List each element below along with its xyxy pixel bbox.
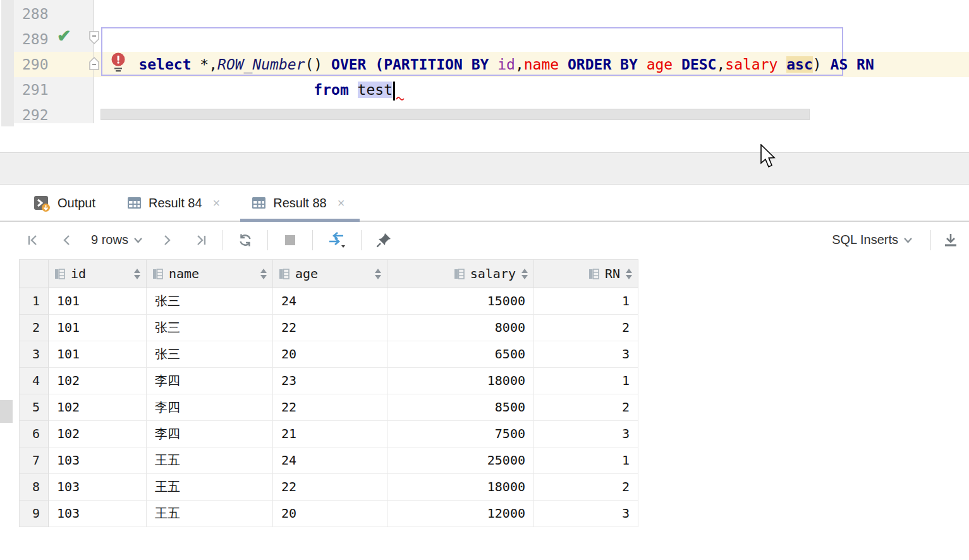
tab-label: Result 88: [273, 196, 327, 210]
chevron-left-icon: [61, 233, 71, 247]
pin-icon: [375, 232, 392, 248]
sort-toggle-icon[interactable]: [260, 269, 267, 279]
vertical-scrollbar-thumb[interactable]: [0, 400, 13, 423]
table-cell[interactable]: 2: [534, 394, 638, 421]
table-cell[interactable]: 18000: [387, 474, 534, 501]
sort-toggle-icon[interactable]: [626, 269, 632, 279]
column-header-name[interactable]: name: [147, 260, 273, 288]
table-cell[interactable]: 22: [273, 474, 387, 501]
column-header-id[interactable]: id: [49, 260, 147, 288]
table-cell[interactable]: 102: [49, 394, 147, 421]
table-cell[interactable]: 李四: [147, 421, 273, 447]
editor-results-splitter[interactable]: [0, 152, 969, 185]
table-row: 8103王五22180002: [19, 474, 638, 501]
table-cell[interactable]: 102: [49, 421, 147, 447]
table-cell[interactable]: 张三: [147, 288, 273, 315]
last-page-button[interactable]: [192, 229, 209, 251]
table-cell[interactable]: 7500: [387, 421, 534, 447]
table-cell[interactable]: 21: [273, 421, 387, 447]
statement-fold-marker-icon[interactable]: [88, 56, 100, 71]
first-page-icon: [27, 233, 40, 247]
close-tab-icon[interactable]: ×: [213, 196, 221, 210]
table-cell[interactable]: 3: [534, 421, 638, 447]
column-header-salary[interactable]: salary: [387, 260, 534, 288]
table-cell[interactable]: 李四: [147, 394, 273, 421]
sql-editor[interactable]: 288 289 290 291 292 ✔ select *,ROW_Numbe…: [0, 0, 969, 123]
table-cell[interactable]: 3: [534, 501, 638, 527]
sort-toggle-icon[interactable]: [521, 269, 528, 279]
tab-result-84[interactable]: Result 84 ×: [122, 185, 225, 221]
table-cell[interactable]: 101: [49, 315, 147, 341]
statement-fold-marker-icon[interactable]: [88, 30, 100, 46]
table-cell[interactable]: 18000: [387, 368, 534, 394]
table-cell[interactable]: 22: [273, 394, 387, 421]
previous-page-button[interactable]: [58, 229, 75, 251]
table-cell[interactable]: 1: [534, 368, 638, 394]
result-grid-body: 1101张三241500012101张三22800023101张三2065003…: [19, 288, 638, 527]
column-header-rn[interactable]: RN: [534, 260, 638, 288]
table-cell[interactable]: 25000: [387, 447, 534, 474]
pin-tab-button[interactable]: [375, 229, 392, 251]
page-size-dropdown[interactable]: 9 rows: [91, 229, 143, 251]
table-cell[interactable]: 103: [49, 447, 147, 474]
compare-data-button[interactable]: [327, 229, 347, 251]
table-cell[interactable]: 20: [273, 341, 387, 368]
table-cell[interactable]: 2: [534, 315, 638, 341]
table-cell[interactable]: 15000: [387, 288, 534, 315]
table-cell[interactable]: 1: [534, 447, 638, 474]
results-toolbar: 9 rows: [0, 222, 969, 258]
column-label: age: [295, 266, 318, 281]
sql-token: [822, 56, 831, 73]
tab-label: Result 84: [149, 196, 202, 210]
tab-result-88[interactable]: Result 88 ×: [247, 185, 350, 221]
table-cell[interactable]: 8500: [387, 394, 534, 421]
table-cell[interactable]: 8000: [387, 315, 534, 341]
first-page-button[interactable]: [25, 229, 42, 251]
sql-token: DESC: [681, 56, 716, 73]
editor-horizontal-scrollbar[interactable]: [101, 109, 810, 120]
table-cell[interactable]: 张三: [147, 341, 273, 368]
refresh-button[interactable]: [237, 229, 253, 251]
export-format-dropdown[interactable]: SQL Inserts: [832, 229, 913, 251]
tab-output[interactable]: Output: [28, 185, 101, 221]
console-output-icon: [34, 195, 51, 212]
sql-code-line-1[interactable]: select *,ROW_Number() OVER (PARTITION BY…: [104, 27, 874, 52]
table-cell[interactable]: 张三: [147, 315, 273, 341]
table-cell[interactable]: 23: [273, 368, 387, 394]
table-cell[interactable]: 王五: [147, 447, 273, 474]
table-cell[interactable]: 2: [534, 474, 638, 501]
row-number: 7: [19, 447, 49, 474]
table-cell[interactable]: 102: [49, 368, 147, 394]
sql-code-line-2[interactable]: from test: [104, 52, 405, 77]
export-data-button[interactable]: [942, 229, 959, 251]
table-row: 1101张三24150001: [19, 288, 638, 315]
table-cell[interactable]: 103: [49, 501, 147, 527]
table-icon: [252, 197, 266, 209]
table-cell[interactable]: 王五: [147, 501, 273, 527]
sort-toggle-icon[interactable]: [375, 269, 381, 279]
table-cell[interactable]: 3: [534, 341, 638, 368]
sort-toggle-icon[interactable]: [134, 269, 140, 279]
statement-success-check-icon: ✔: [57, 27, 76, 46]
table-cell[interactable]: 12000: [387, 501, 534, 527]
close-tab-icon[interactable]: ×: [338, 196, 345, 210]
table-cell[interactable]: 6500: [387, 341, 534, 368]
table-row: 6102李四2175003: [19, 421, 638, 447]
table-cell[interactable]: 24: [273, 447, 387, 474]
chevron-down-icon: [903, 237, 913, 243]
table-cell[interactable]: 王五: [147, 474, 273, 501]
table-cell[interactable]: 22: [273, 315, 387, 341]
row-number: 3: [19, 341, 49, 368]
table-cell[interactable]: 24: [273, 288, 387, 315]
column-label: RN: [605, 266, 620, 281]
table-cell[interactable]: 李四: [147, 368, 273, 394]
next-page-button[interactable]: [159, 229, 176, 251]
column-header-age[interactable]: age: [273, 260, 387, 288]
table-cell[interactable]: 103: [49, 474, 147, 501]
table-cell[interactable]: 101: [49, 288, 147, 315]
stop-button[interactable]: [282, 229, 298, 251]
mouse-cursor: [760, 144, 777, 169]
table-cell[interactable]: 20: [273, 501, 387, 527]
table-cell[interactable]: 1: [534, 288, 638, 315]
table-cell[interactable]: 101: [49, 341, 147, 368]
